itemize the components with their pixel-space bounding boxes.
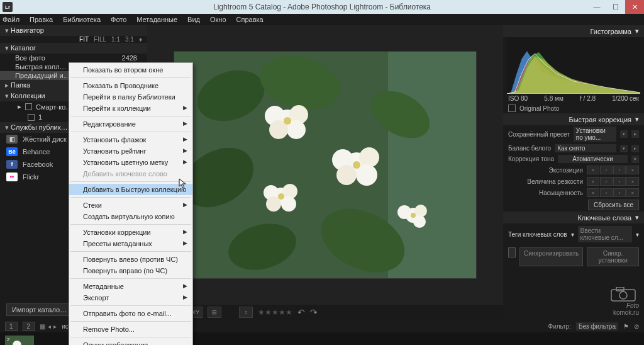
zoom-fill[interactable]: FILL xyxy=(94,36,106,43)
sync-toggle[interactable] xyxy=(508,247,516,257)
step-plus2[interactable]: » xyxy=(626,188,639,197)
reset-all-button[interactable]: Сбросить все xyxy=(588,200,639,210)
exposure-label: Экспозиция xyxy=(549,167,583,174)
meta-focal: 5.8 мм xyxy=(544,95,563,102)
context-menu: Показать во втором окнеПоказать в Провод… xyxy=(69,62,193,345)
screen-2-button[interactable]: 2 xyxy=(23,322,35,331)
ctx-item[interactable]: Опции отображения xyxy=(69,339,192,345)
svg-point-13 xyxy=(284,117,291,125)
zoom-presets: FIT FILL 1:1 3:1 ♦ xyxy=(0,36,147,43)
wb-select[interactable]: Как снято xyxy=(555,144,616,152)
menu-edit[interactable]: Правка xyxy=(30,16,53,23)
sync-button[interactable]: Синхронизировать xyxy=(519,247,583,266)
ctx-item[interactable]: Стеки▶ xyxy=(69,200,192,211)
dropdown-icon[interactable]: ▾ xyxy=(571,231,574,238)
submenu-arrow-icon: ▶ xyxy=(183,136,187,142)
dropdown-icon[interactable]: ▾ xyxy=(620,130,628,138)
checkbox-icon xyxy=(508,105,516,112)
ctx-item[interactable]: Пресеты метаданных▶ xyxy=(69,238,192,249)
redo-icon[interactable]: ↷ xyxy=(310,307,318,317)
step-minus2[interactable]: « xyxy=(587,188,599,197)
dropdown-icon[interactable]: ▾ xyxy=(620,145,628,152)
expand-icon[interactable]: ▾ xyxy=(631,156,639,163)
step-minus2[interactable]: « xyxy=(587,177,599,186)
filter-select[interactable]: Без фильтра xyxy=(576,322,618,331)
zoom-more-icon[interactable]: ♦ xyxy=(139,36,142,43)
grid-icon[interactable]: ▦ xyxy=(40,323,45,330)
chevron-left-icon[interactable]: ◂ xyxy=(48,323,51,330)
catalog-all-photos[interactable]: Все фото2428 xyxy=(0,54,147,62)
svg-point-36 xyxy=(619,291,627,299)
tone-auto-button[interactable]: Атоматически xyxy=(558,155,628,163)
submenu-arrow-icon: ▶ xyxy=(183,159,187,165)
step-plus1[interactable]: › xyxy=(613,166,626,174)
screen-1-button[interactable]: 1 xyxy=(5,322,18,331)
step-plus2[interactable]: » xyxy=(626,166,639,174)
zoom-1to1[interactable]: 1:1 xyxy=(111,36,120,43)
ctx-item[interactable]: Добавить в Быструю коллекцию xyxy=(69,184,192,195)
import-catalog-button[interactable]: Импорт катало… xyxy=(6,303,72,316)
chevron-down-icon: ▾ xyxy=(635,27,639,35)
maximize-button[interactable]: ☐ xyxy=(606,0,625,14)
filmstrip-thumb[interactable]: 2 xyxy=(5,336,34,345)
step-minus1[interactable]: ‹ xyxy=(600,177,613,186)
ctx-item[interactable]: Показать в Проводнике xyxy=(69,80,192,91)
catalog-header[interactable]: ▾ Каталог xyxy=(0,43,147,54)
ctx-item[interactable]: Перейти в папку Библиотеки xyxy=(69,91,192,103)
close-button[interactable]: ✕ xyxy=(625,0,644,14)
rating-stars[interactable]: ★★★★★ xyxy=(258,308,292,317)
ctx-item[interactable]: Установки коррекции▶ xyxy=(69,227,192,238)
expand-icon[interactable]: ▸ xyxy=(631,130,639,138)
expand-icon[interactable]: ▸ xyxy=(631,145,639,152)
navigator-header[interactable]: ▾ Навигатор xyxy=(0,25,147,36)
zoom-fit[interactable]: FIT xyxy=(79,36,89,43)
minimize-button[interactable]: — xyxy=(587,0,606,14)
step-minus1[interactable]: ‹ xyxy=(600,166,613,174)
ctx-item[interactable]: Установить цветную метку▶ xyxy=(69,157,192,168)
step-minus1[interactable]: ‹ xyxy=(600,188,613,197)
menu-view[interactable]: Вид xyxy=(187,16,200,23)
flag-icon[interactable]: ⚑ xyxy=(623,323,629,330)
keywords-header[interactable]: Ключевые слова▾ xyxy=(503,212,644,223)
saved-preset-select[interactable]: Установки по умо... xyxy=(574,127,616,142)
ctx-item[interactable]: Показать во втором окне xyxy=(69,64,192,76)
kw-tags-input[interactable]: Ввести ключевые сл... xyxy=(578,226,632,242)
ctx-item[interactable]: Редактирование▶ xyxy=(69,118,192,130)
histogram-chart[interactable] xyxy=(507,37,640,94)
menu-help[interactable]: Справка xyxy=(236,16,264,23)
undo-icon[interactable]: ↶ xyxy=(297,307,305,317)
histogram-header[interactable]: Гистограмма▾ xyxy=(503,25,644,37)
step-plus1[interactable]: › xyxy=(613,177,626,186)
ctx-item[interactable]: Повернуть вправо (по ЧС) xyxy=(69,265,192,276)
menu-photo[interactable]: Фото xyxy=(111,16,126,23)
menu-library[interactable]: Библиотека xyxy=(63,16,101,23)
ctx-item[interactable]: Установить флажок▶ xyxy=(69,134,192,145)
ctx-item[interactable]: Повернуть влево (против ЧС) xyxy=(69,254,192,265)
step-minus2[interactable]: « xyxy=(587,166,599,174)
menu-metadata[interactable]: Метаданные xyxy=(136,16,177,23)
menu-window[interactable]: Окно xyxy=(210,16,226,23)
submenu-arrow-icon: ▶ xyxy=(183,120,187,127)
chevron-right-icon[interactable]: ▸ xyxy=(53,323,57,330)
sort-button[interactable]: ↕ xyxy=(239,307,253,318)
ctx-item[interactable]: Перейти к коллекции▶ xyxy=(69,103,192,114)
ctx-item[interactable]: Отправить фото по e-mail... xyxy=(69,308,192,319)
filter-lock-icon[interactable]: ⊘ xyxy=(634,323,639,330)
step-plus2[interactable]: » xyxy=(626,177,639,186)
photo-viewport[interactable] xyxy=(147,25,503,305)
zoom-3to1[interactable]: 3:1 xyxy=(125,36,134,43)
ctx-item[interactable]: Установить рейтинг▶ xyxy=(69,145,192,157)
dropdown-icon[interactable]: ▾ xyxy=(636,231,639,238)
svg-point-25 xyxy=(278,193,284,200)
ctx-item[interactable]: Экспорт▶ xyxy=(69,292,192,303)
quickdev-header[interactable]: Быстрая коррекция▾ xyxy=(503,113,644,125)
ctx-item[interactable]: Метаданные▶ xyxy=(69,281,192,292)
original-photo-checkbox[interactable]: Original Photo xyxy=(503,103,644,113)
step-plus1[interactable]: › xyxy=(613,188,626,197)
ctx-item[interactable]: Создать виртуальную копию xyxy=(69,211,192,222)
menu-file[interactable]: Файл xyxy=(3,16,19,23)
survey-view-button[interactable]: ⊟ xyxy=(208,307,221,318)
sync-settings-button[interactable]: Синхр. установки xyxy=(587,247,639,266)
ctx-item[interactable]: Remove Photo... xyxy=(69,324,192,335)
submenu-arrow-icon: ▶ xyxy=(183,283,187,289)
